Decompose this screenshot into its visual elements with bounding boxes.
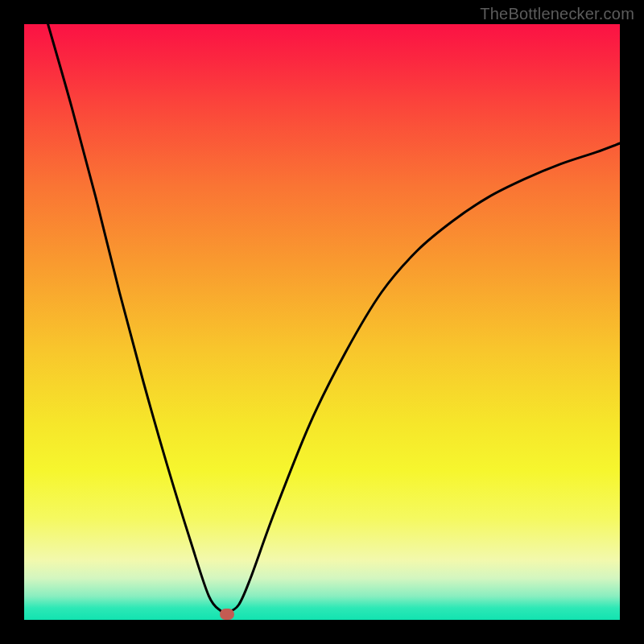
chart-frame: TheBottlenecker.com [0,0,644,644]
chart-plot-area [24,24,620,620]
bottleneck-curve [24,24,620,620]
optimal-point-marker [220,609,234,620]
attribution-label: TheBottlenecker.com [480,5,634,23]
